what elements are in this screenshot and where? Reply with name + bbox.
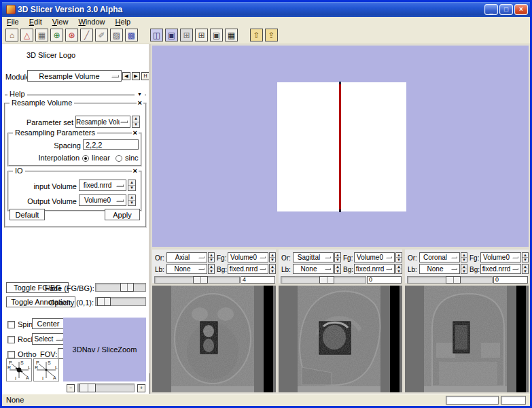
label-layer-spinner[interactable]: ▲▼ bbox=[334, 264, 341, 274]
parameter-set-selector[interactable]: Resample Volume0 bbox=[75, 116, 130, 128]
module-back-icon[interactable]: ◀ bbox=[122, 72, 130, 80]
background-selector[interactable]: fixed.nrrd bbox=[354, 264, 395, 274]
orientation-spinner[interactable]: ▲▼ bbox=[461, 252, 467, 262]
spacing-input[interactable]: 2,2,2 bbox=[83, 139, 139, 150]
label-layer-selector[interactable]: None bbox=[166, 264, 207, 274]
spin-up-icon[interactable]: ▲ bbox=[128, 180, 135, 186]
help-frame-title[interactable]: Help bbox=[7, 90, 27, 98]
axial-slice-view[interactable] bbox=[151, 284, 277, 394]
slice-offset-thumb[interactable] bbox=[446, 276, 461, 284]
resampling-parameters-close-icon[interactable]: × bbox=[132, 129, 139, 137]
foreground-spinner[interactable]: ▲▼ bbox=[395, 252, 402, 262]
spin-up-icon[interactable]: ▲ bbox=[335, 253, 340, 258]
spin-up-icon[interactable]: ▲ bbox=[522, 265, 528, 269]
threed-view[interactable] bbox=[151, 44, 530, 248]
menu-window[interactable]: Window bbox=[78, 18, 105, 26]
zoom-out-icon[interactable]: − bbox=[67, 384, 75, 392]
foreground-spinner[interactable]: ▲▼ bbox=[522, 252, 529, 262]
slicezoom-slider[interactable] bbox=[77, 384, 135, 392]
default-button[interactable]: Default bbox=[10, 209, 45, 220]
background-spinner[interactable]: ▲▼ bbox=[522, 264, 529, 274]
background-spinner[interactable]: ▲▼ bbox=[269, 264, 276, 274]
slice-offset-value[interactable]: 0 bbox=[367, 276, 402, 284]
nav-slicezoom-view[interactable]: 3DNav / SliceZoom bbox=[63, 318, 146, 381]
spin-down-icon[interactable]: ▼ bbox=[132, 122, 139, 128]
ruler-icon[interactable]: ╱ bbox=[80, 29, 93, 41]
label-layer-spinner[interactable]: ▲▼ bbox=[208, 264, 215, 274]
foreground-selector[interactable]: Volume0 bbox=[480, 252, 521, 262]
background-spinner[interactable]: ▲▼ bbox=[395, 264, 402, 274]
io-close-icon[interactable]: × bbox=[132, 167, 139, 175]
slicezoom-slider-thumb[interactable] bbox=[79, 384, 96, 392]
spin-down-icon[interactable]: ▼ bbox=[270, 269, 275, 273]
orientation-spinner[interactable]: ▲▼ bbox=[334, 252, 341, 262]
apply-button[interactable]: Apply bbox=[105, 209, 140, 220]
spin-up-icon[interactable]: ▲ bbox=[396, 265, 402, 269]
orientation-selector[interactable]: Axial bbox=[166, 252, 207, 262]
spin-down-icon[interactable]: ▼ bbox=[335, 269, 340, 273]
slice-offset-value[interactable]: 4 bbox=[241, 276, 275, 284]
fade-slider-thumb[interactable] bbox=[120, 283, 134, 292]
label-layer-selector[interactable]: None bbox=[419, 264, 460, 274]
slice-offset-thumb[interactable] bbox=[319, 276, 334, 284]
modules-icon[interactable]: △ bbox=[20, 29, 33, 41]
spin-up-icon[interactable]: ▲ bbox=[128, 195, 135, 201]
spin-up-icon[interactable]: ▲ bbox=[270, 265, 275, 269]
spin-down-icon[interactable]: ▼ bbox=[209, 269, 214, 273]
sagittal-slice-view[interactable] bbox=[277, 284, 404, 394]
slice-offset-slider[interactable] bbox=[281, 276, 366, 284]
opacity-slider[interactable] bbox=[95, 297, 146, 306]
slice-offset-slider[interactable] bbox=[407, 276, 493, 284]
spin-up-icon[interactable]: ▲ bbox=[132, 116, 139, 122]
coronal-slice-view[interactable] bbox=[404, 284, 530, 394]
resample-volume-close-icon[interactable]: × bbox=[137, 99, 143, 107]
panel-divider-sash[interactable] bbox=[149, 373, 150, 394]
menu-file[interactable]: File bbox=[7, 18, 19, 26]
load-scene-icon[interactable]: ⇪ bbox=[265, 29, 278, 41]
output-volume-spinner[interactable]: ▲ ▼ bbox=[128, 194, 136, 206]
transforms-icon[interactable]: ⊛ bbox=[65, 29, 78, 41]
maximize-button[interactable]: □ bbox=[499, 4, 513, 15]
spin-down-icon[interactable]: ▼ bbox=[522, 269, 528, 273]
layout-lightbox-icon[interactable]: ▦ bbox=[225, 29, 238, 41]
interpolation-linear-label[interactable]: linear bbox=[92, 154, 110, 162]
spin-checkbox[interactable] bbox=[7, 321, 15, 328]
slice-offset-value[interactable]: 0 bbox=[493, 276, 528, 284]
slice-offset-thumb[interactable] bbox=[193, 276, 208, 284]
label-layer-selector[interactable]: None bbox=[293, 264, 334, 274]
minimize-button[interactable]: _ bbox=[484, 4, 498, 15]
module-forward-icon[interactable]: ▶ bbox=[132, 72, 140, 80]
help-collapse-icon[interactable]: ▼ bbox=[135, 90, 145, 98]
layout-3d-only-icon[interactable]: ▣ bbox=[165, 29, 178, 41]
spin-down-icon[interactable]: ▼ bbox=[270, 258, 275, 262]
spin-down-icon[interactable]: ▼ bbox=[461, 258, 467, 262]
layout-four-up-icon[interactable]: ⊞ bbox=[180, 29, 193, 41]
spin-down-icon[interactable]: ▼ bbox=[209, 258, 214, 262]
orientation-selector[interactable]: Coronal bbox=[419, 252, 460, 262]
spin-down-icon[interactable]: ▼ bbox=[461, 269, 467, 273]
spin-up-icon[interactable]: ▲ bbox=[270, 253, 275, 258]
background-selector[interactable]: fixed.nrrd bbox=[228, 264, 268, 274]
menu-edit[interactable]: Edit bbox=[29, 18, 42, 26]
orientation-spinner[interactable]: ▲▼ bbox=[208, 252, 215, 262]
zoom-in-icon[interactable]: + bbox=[137, 384, 145, 392]
spin-up-icon[interactable]: ▲ bbox=[461, 265, 467, 269]
ortho-checkbox-label[interactable]: Ortho bbox=[18, 350, 37, 358]
foreground-spinner[interactable]: ▲▼ bbox=[269, 252, 276, 262]
label-layer-spinner[interactable]: ▲▼ bbox=[461, 264, 467, 274]
spin-up-icon[interactable]: ▲ bbox=[209, 265, 214, 269]
fiducials-icon[interactable]: ⊕ bbox=[50, 29, 63, 41]
input-volume-selector[interactable]: fixed.nrrd bbox=[79, 180, 126, 191]
orientation-axes-widget-1[interactable]: S P R L I A bbox=[6, 358, 32, 381]
layout-tabbed-slice-icon[interactable]: ▣ bbox=[210, 29, 223, 41]
spin-up-icon[interactable]: ▲ bbox=[522, 253, 528, 258]
spin-down-icon[interactable]: ▼ bbox=[128, 201, 135, 205]
interpolation-sinc-label[interactable]: sinc bbox=[125, 154, 139, 162]
interpolation-sinc-radio[interactable] bbox=[116, 155, 122, 162]
center-button[interactable]: Center bbox=[32, 318, 65, 329]
spin-down-icon[interactable]: ▼ bbox=[128, 186, 135, 190]
menu-view[interactable]: View bbox=[52, 18, 69, 26]
spin-down-icon[interactable]: ▼ bbox=[396, 258, 402, 262]
volumes-icon[interactable]: ▦ bbox=[35, 29, 48, 41]
save-scene-icon[interactable]: ⇧ bbox=[250, 29, 263, 41]
